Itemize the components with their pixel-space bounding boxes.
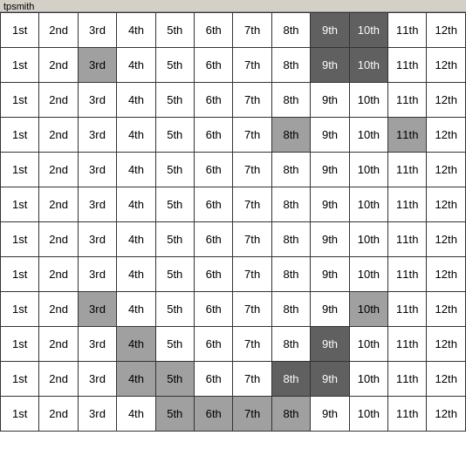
table-cell: 2nd	[39, 257, 78, 292]
table-cell: 1st	[1, 362, 39, 397]
table-cell: 7th	[233, 222, 271, 257]
table-cell: 9th	[311, 187, 349, 222]
table-cell: 12th	[427, 153, 466, 187]
table-cell: 3rd	[78, 257, 116, 292]
table-cell: 2nd	[39, 83, 78, 118]
table-cell: 11th	[388, 292, 427, 327]
table-cell: 11th	[388, 48, 427, 83]
table-cell: 10th	[349, 292, 387, 327]
table-cell: 6th	[195, 118, 233, 153]
table-cell: 3rd	[78, 397, 116, 432]
table-cell: 12th	[427, 13, 466, 48]
table-cell: 6th	[195, 13, 233, 48]
table-cell: 7th	[233, 327, 271, 362]
table-cell: 6th	[195, 153, 233, 187]
table-cell: 3rd	[78, 13, 116, 48]
table-cell: 6th	[195, 187, 233, 222]
table-cell: 8th	[271, 153, 310, 187]
table-cell: 1st	[1, 153, 39, 187]
table-cell: 6th	[195, 397, 233, 432]
table-cell: 9th	[311, 118, 349, 153]
table-cell: 6th	[195, 362, 233, 397]
table-cell: 10th	[349, 118, 387, 153]
table-cell: 8th	[271, 118, 310, 153]
table-cell: 10th	[349, 327, 387, 362]
table-cell: 10th	[349, 153, 387, 187]
table-cell: 7th	[233, 118, 271, 153]
table-cell: 4th	[117, 187, 155, 222]
table-cell: 8th	[271, 187, 310, 222]
table-cell: 6th	[195, 48, 233, 83]
table-cell: 9th	[311, 362, 349, 397]
table-cell: 4th	[117, 397, 155, 432]
table-cell: 7th	[233, 187, 271, 222]
table-cell: 4th	[117, 327, 155, 362]
table-cell: 7th	[233, 153, 271, 187]
table-cell: 5th	[155, 118, 194, 153]
app-title: tpsmith	[3, 1, 34, 11]
grid-container: 1st2nd3rd4th5th6th7th8th9th10th11th12th1…	[0, 12, 466, 432]
table-cell: 9th	[311, 292, 349, 327]
table-cell: 12th	[427, 118, 466, 153]
table-cell: 9th	[311, 397, 349, 432]
table-cell: 3rd	[78, 292, 116, 327]
table-cell: 9th	[311, 257, 349, 292]
table-cell: 11th	[388, 13, 427, 48]
table-cell: 6th	[195, 257, 233, 292]
table-cell: 9th	[311, 153, 349, 187]
table-cell: 9th	[311, 327, 349, 362]
table-cell: 12th	[427, 292, 466, 327]
table-cell: 4th	[117, 153, 155, 187]
table-cell: 5th	[155, 257, 194, 292]
table-cell: 5th	[155, 222, 194, 257]
table-cell: 7th	[233, 48, 271, 83]
table-cell: 9th	[311, 83, 349, 118]
table-cell: 8th	[271, 327, 310, 362]
table-cell: 8th	[271, 13, 310, 48]
table-cell: 2nd	[39, 153, 78, 187]
table-cell: 1st	[1, 292, 39, 327]
table-cell: 8th	[271, 48, 310, 83]
table-cell: 5th	[155, 83, 194, 118]
table-cell: 1st	[1, 222, 39, 257]
table-cell: 10th	[349, 222, 387, 257]
table-cell: 8th	[271, 292, 310, 327]
table-cell: 1st	[1, 118, 39, 153]
table-cell: 1st	[1, 327, 39, 362]
table-cell: 1st	[1, 13, 39, 48]
table-cell: 8th	[271, 83, 310, 118]
table-cell: 8th	[271, 397, 310, 432]
table-cell: 3rd	[78, 362, 116, 397]
table-cell: 10th	[349, 362, 387, 397]
table-cell: 3rd	[78, 48, 116, 83]
table-cell: 2nd	[39, 362, 78, 397]
table-cell: 1st	[1, 257, 39, 292]
table-cell: 7th	[233, 13, 271, 48]
table-cell: 4th	[117, 13, 155, 48]
table-cell: 5th	[155, 13, 194, 48]
table-cell: 2nd	[39, 48, 78, 83]
table-cell: 5th	[155, 327, 194, 362]
table-cell: 9th	[311, 13, 349, 48]
table-cell: 2nd	[39, 222, 78, 257]
table-cell: 3rd	[78, 187, 116, 222]
title-bar: tpsmith	[0, 0, 466, 12]
table-cell: 12th	[427, 362, 466, 397]
table-cell: 9th	[311, 222, 349, 257]
table-cell: 3rd	[78, 118, 116, 153]
table-cell: 11th	[388, 327, 427, 362]
table-cell: 11th	[388, 187, 427, 222]
table-cell: 12th	[427, 222, 466, 257]
table-cell: 11th	[388, 118, 427, 153]
table-cell: 6th	[195, 327, 233, 362]
table-cell: 9th	[311, 48, 349, 83]
table-cell: 4th	[117, 83, 155, 118]
table-cell: 2nd	[39, 292, 78, 327]
table-cell: 6th	[195, 222, 233, 257]
table-cell: 11th	[388, 362, 427, 397]
table-cell: 4th	[117, 118, 155, 153]
table-cell: 4th	[117, 362, 155, 397]
table-cell: 5th	[155, 362, 194, 397]
table-cell: 4th	[117, 257, 155, 292]
table-cell: 8th	[271, 257, 310, 292]
